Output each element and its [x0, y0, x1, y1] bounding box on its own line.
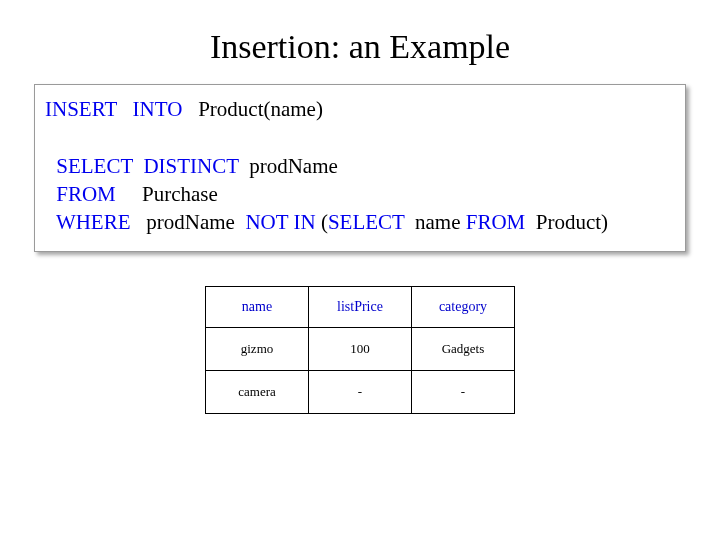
kw-where: WHERE: [56, 210, 131, 234]
cell: camera: [206, 370, 309, 413]
col-header-listprice: listPrice: [309, 286, 412, 327]
col-header-name: name: [206, 286, 309, 327]
kw-into: INTO: [133, 97, 183, 121]
cell: 100: [309, 327, 412, 370]
table-row: gizmo 100 Gadgets: [206, 327, 515, 370]
sql-from-tbl: Purchase: [142, 182, 218, 206]
sql-code-box: INSERT INTO Product(name) SELECT DISTINC…: [34, 84, 686, 252]
sql-select-col: prodName: [249, 154, 338, 178]
slide-title: Insertion: an Example: [0, 0, 720, 76]
kw-distinct: DISTINCT: [143, 154, 238, 178]
cell: gizmo: [206, 327, 309, 370]
kw-not-in: NOT IN: [245, 210, 315, 234]
product-table: name listPrice category gizmo 100 Gadget…: [205, 286, 515, 414]
sql-line-2: SELECT DISTINCT prodName: [45, 152, 673, 180]
sql-where-col: prodName: [146, 210, 235, 234]
cell: -: [412, 370, 515, 413]
slide: Insertion: an Example INSERT INTO Produc…: [0, 0, 720, 540]
sql-line-1: INSERT INTO Product(name): [45, 95, 673, 123]
sql-lparen: (: [321, 210, 328, 234]
sql-blank-line: [45, 123, 673, 151]
sql-line-3: FROM Purchase: [45, 180, 673, 208]
kw-sub-from: FROM: [466, 210, 526, 234]
kw-from: FROM: [56, 182, 116, 206]
col-header-category: category: [412, 286, 515, 327]
sql-sub-tbl: Product): [536, 210, 608, 234]
table-row: camera - -: [206, 370, 515, 413]
table-header-row: name listPrice category: [206, 286, 515, 327]
sql-line-4: WHERE prodName NOT IN (SELECT name FROM …: [45, 208, 673, 236]
table-wrapper: name listPrice category gizmo 100 Gadget…: [0, 286, 720, 414]
cell: Gadgets: [412, 327, 515, 370]
sql-target: Product(name): [198, 97, 323, 121]
sql-sub-col: name: [415, 210, 460, 234]
kw-select: SELECT: [56, 154, 133, 178]
kw-insert: INSERT: [45, 97, 117, 121]
kw-sub-select: SELECT: [328, 210, 405, 234]
cell: -: [309, 370, 412, 413]
